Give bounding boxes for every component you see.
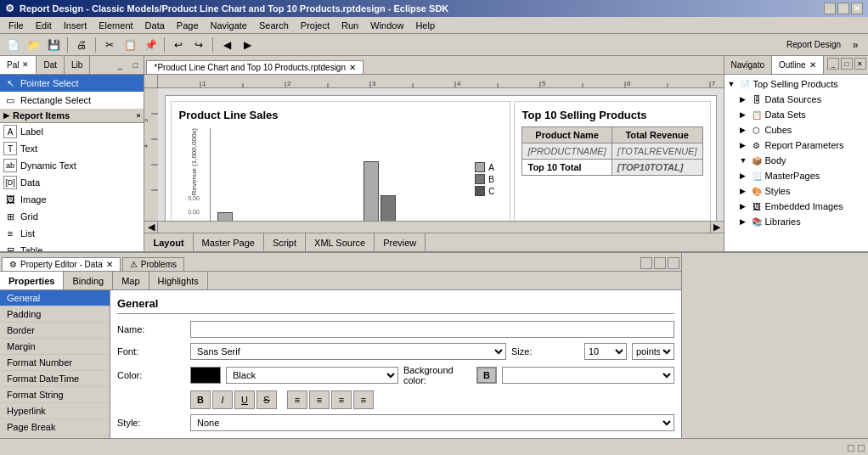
toggle-styles[interactable]: ▶ xyxy=(740,187,750,195)
toggle-master-pages[interactable]: ▶ xyxy=(740,171,750,180)
tree-item-body[interactable]: ▼ 📦 Body xyxy=(726,153,866,168)
sub-tab-properties[interactable]: Properties xyxy=(0,272,64,289)
align-right-button[interactable]: ≡ xyxy=(331,390,352,409)
menu-help[interactable]: Help xyxy=(410,19,440,32)
sidebar-page-break[interactable]: Page Break xyxy=(0,419,110,435)
tree-item-styles[interactable]: ▶ 🎨 Styles xyxy=(726,183,866,199)
style-select[interactable]: None xyxy=(190,414,674,431)
toggle-top-selling[interactable]: ▼ xyxy=(728,80,738,88)
redo-button[interactable]: ↪ xyxy=(189,37,208,53)
italic-button[interactable]: I xyxy=(212,390,233,409)
menu-window[interactable]: Window xyxy=(365,19,409,32)
menu-run[interactable]: Run xyxy=(336,19,364,32)
menu-search[interactable]: Search xyxy=(254,19,294,32)
font-select[interactable]: Sans Serif xyxy=(190,343,506,360)
scroll-right-btn[interactable]: ▶ xyxy=(710,222,724,233)
palette-dynamic-text[interactable]: ab Dynamic Text xyxy=(0,157,144,174)
palette-table[interactable]: ⊟ Table xyxy=(0,242,144,251)
menu-insert[interactable]: Insert xyxy=(59,19,93,32)
bg-color-select[interactable] xyxy=(502,367,674,384)
outline-close[interactable]: ✕ xyxy=(854,58,866,70)
sidebar-margin[interactable]: Margin xyxy=(0,339,110,355)
prop-maximize[interactable] xyxy=(654,257,666,269)
palette-section-report-items[interactable]: ▶ Report Items » xyxy=(0,109,144,123)
toolbar-extra[interactable]: » xyxy=(846,37,865,53)
toggle-data-sources[interactable]: ▶ xyxy=(740,95,750,104)
tree-item-top-selling[interactable]: ▼ 📄 Top Selling Products xyxy=(726,76,866,92)
toggle-report-parameters[interactable]: ▶ xyxy=(740,141,750,149)
doc-tab-main[interactable]: *Product Line Chart and Top 10 Products.… xyxy=(146,60,364,74)
tree-item-master-pages[interactable]: ▶ 📃 MasterPages xyxy=(726,168,866,183)
sub-tab-highlights[interactable]: Highlights xyxy=(149,272,208,289)
open-button[interactable]: 📁 xyxy=(24,37,42,53)
design-canvas-area[interactable]: Product Line Sales Revenue (1,000,000s) … xyxy=(158,88,723,221)
outline-minimize[interactable]: _ xyxy=(827,58,839,70)
forward-button[interactable]: ▶ xyxy=(238,37,256,53)
property-tab-data[interactable]: ⚙ Property Editor - Data ✕ xyxy=(2,257,121,271)
tab-preview[interactable]: Preview xyxy=(375,233,426,251)
toggle-data-sets[interactable]: ▶ xyxy=(740,110,750,119)
palette-tab-lib[interactable]: Lib xyxy=(65,56,90,74)
color-button[interactable] xyxy=(190,367,221,384)
tab-xml-source[interactable]: XML Source xyxy=(306,233,375,251)
palette-maximize[interactable]: □ xyxy=(128,59,142,72)
doc-tab-close[interactable]: ✕ xyxy=(349,63,356,72)
tree-item-report-parameters[interactable]: ▶ ⚙ Report Parameters xyxy=(726,138,866,153)
copy-button[interactable]: 📋 xyxy=(121,37,139,53)
scroll-left-btn[interactable]: ◀ xyxy=(144,222,158,233)
property-tab-close[interactable]: ✕ xyxy=(106,260,113,269)
undo-button[interactable]: ↩ xyxy=(169,37,188,53)
toggle-embedded-images[interactable]: ▶ xyxy=(740,202,750,211)
palette-image[interactable]: 🖼 Image xyxy=(0,191,144,208)
align-left-button[interactable]: ≡ xyxy=(287,390,307,409)
bold-button[interactable]: B xyxy=(190,390,211,409)
strikethrough-button[interactable]: S xyxy=(256,390,277,409)
palette-minimize[interactable]: _ xyxy=(113,59,127,72)
palette-list[interactable]: ≡ List xyxy=(0,225,144,242)
tab-master-page[interactable]: Master Page xyxy=(194,233,264,251)
color-select[interactable]: Black xyxy=(226,367,398,384)
outline-tab-close[interactable]: ✕ xyxy=(809,60,816,70)
align-justify-button[interactable]: ≡ xyxy=(353,390,374,409)
palette-grid[interactable]: ⊞ Grid xyxy=(0,208,144,225)
tab-script[interactable]: Script xyxy=(264,233,306,251)
tab-outline[interactable]: Outline ✕ xyxy=(772,56,824,74)
sidebar-format-string[interactable]: Format String xyxy=(0,387,110,403)
prop-close[interactable] xyxy=(668,257,679,269)
new-button[interactable]: 📄 xyxy=(3,37,22,53)
sub-tab-map[interactable]: Map xyxy=(113,272,149,289)
palette-data[interactable]: [D] Data xyxy=(0,174,144,191)
menu-edit[interactable]: Edit xyxy=(31,19,57,32)
sub-tab-binding[interactable]: Binding xyxy=(64,272,113,289)
tree-item-embedded-images[interactable]: ▶ 🖼 Embedded Images xyxy=(726,199,866,214)
toggle-cubes[interactable]: ▶ xyxy=(740,126,750,134)
palette-text[interactable]: T Text xyxy=(0,140,144,157)
size-select[interactable]: 10 xyxy=(584,343,627,360)
menu-project[interactable]: Project xyxy=(296,19,335,32)
underline-button[interactable]: U xyxy=(234,390,255,409)
tree-item-data-sources[interactable]: ▶ 🗄 Data Sources xyxy=(726,92,866,107)
back-button[interactable]: ◀ xyxy=(217,37,236,53)
sidebar-hyperlink[interactable]: Hyperlink xyxy=(0,403,110,419)
sidebar-general[interactable]: General xyxy=(0,290,110,306)
palette-tab-pal-close[interactable]: ✕ xyxy=(22,60,29,69)
sidebar-format-number[interactable]: Format Number xyxy=(0,355,110,371)
sidebar-border[interactable]: Border xyxy=(0,323,110,339)
unit-select[interactable]: points xyxy=(632,343,674,360)
cut-button[interactable]: ✂ xyxy=(100,37,119,53)
prop-minimize[interactable] xyxy=(640,257,652,269)
menu-data[interactable]: Data xyxy=(140,19,170,32)
sidebar-format-datetime[interactable]: Format DateTime xyxy=(0,371,110,387)
save-button[interactable]: 💾 xyxy=(44,37,63,53)
maximize-button[interactable]: □ xyxy=(837,3,849,14)
tree-item-libraries[interactable]: ▶ 📚 Libraries xyxy=(726,214,866,229)
palette-pointer-select[interactable]: ↖ Pointer Select xyxy=(0,75,144,92)
toggle-libraries[interactable]: ▶ xyxy=(740,217,750,226)
property-tab-problems[interactable]: ⚠ Problems xyxy=(122,257,184,271)
bg-color-button[interactable]: B xyxy=(476,367,497,384)
sidebar-padding[interactable]: Padding xyxy=(0,306,110,323)
palette-label[interactable]: A Label xyxy=(0,123,144,140)
minimize-button[interactable]: _ xyxy=(824,3,836,14)
palette-rectangle-select[interactable]: ▭ Rectangle Select xyxy=(0,92,144,109)
menu-file[interactable]: File xyxy=(3,19,29,32)
